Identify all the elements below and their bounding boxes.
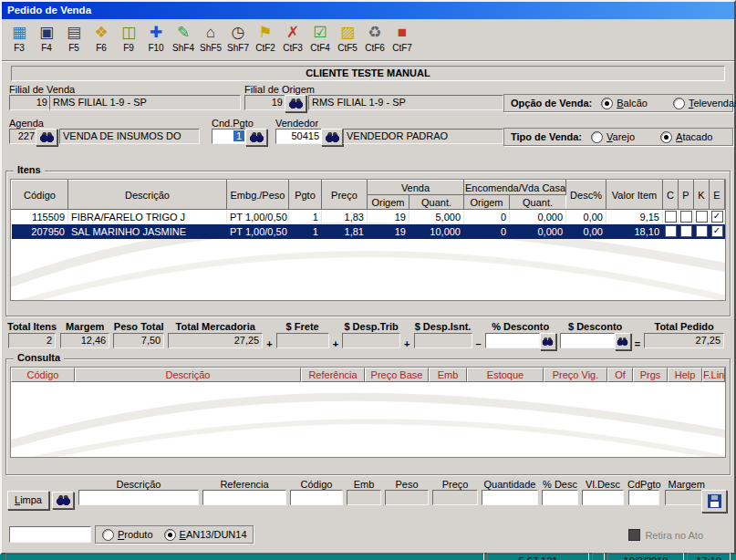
radio-product-ean13-dun14[interactable]: EAN13/DUN14 xyxy=(164,529,247,541)
entry-search-button[interactable] xyxy=(52,492,74,509)
toolbar-button-ctf2[interactable]: ⚑CtF2 xyxy=(252,22,279,53)
product-code-input[interactable] xyxy=(9,526,91,543)
col-enc-quant[interactable]: Quant. xyxy=(510,195,566,210)
toolbar-button-shf7[interactable]: ◷ShF7 xyxy=(224,22,252,53)
filial-venda-code[interactable]: 19 xyxy=(9,95,51,110)
col-venda-quant[interactable]: Quant. xyxy=(409,195,463,210)
pct-desconto-search-button[interactable] xyxy=(540,333,556,350)
toolbar-button-f9[interactable]: ◫F9 xyxy=(115,22,142,53)
entry-label: Emb xyxy=(354,479,375,490)
valor-desconto-input[interactable] xyxy=(560,333,615,348)
vendedor-label: Vendedor xyxy=(275,118,318,129)
vendedor-search-button[interactable] xyxy=(321,129,343,146)
consulta-col-descri-o[interactable]: Descrição xyxy=(75,368,301,382)
col-pgto[interactable]: Pgto xyxy=(288,181,321,210)
entry-input-vl-desc[interactable] xyxy=(582,490,624,505)
col-flag-k[interactable]: K xyxy=(694,181,710,210)
flag-p[interactable] xyxy=(679,224,694,239)
consulta-caption: Consulta xyxy=(14,352,64,363)
flag-p[interactable] xyxy=(679,210,694,224)
radio-tipo-varejo[interactable]: Varejo xyxy=(591,131,635,143)
itens-row[interactable]: 115509FIBRA/FARELO TRIGO JPT 1,00/0,5011… xyxy=(12,210,725,224)
retira-checkbox[interactable] xyxy=(628,529,640,541)
window-title: Pedido de Venda xyxy=(7,5,91,16)
flag-k[interactable] xyxy=(694,210,710,224)
cnd-pgto-input[interactable]: 1 xyxy=(212,129,248,144)
pct-desconto-input[interactable] xyxy=(485,333,540,348)
entry-input-peso[interactable] xyxy=(385,490,429,505)
toolbar-button-shf5[interactable]: ⌂ShF5 xyxy=(197,22,224,53)
radio-opcao-balc-o[interactable]: Balcão xyxy=(601,98,648,109)
filial-origem-code[interactable]: 19 xyxy=(244,95,286,110)
toolbar-button-f4[interactable]: ▣F4 xyxy=(33,22,60,53)
radio-product-produto[interactable]: Produto xyxy=(102,529,153,541)
consulta-col-f-linha[interactable]: F.Linha xyxy=(702,368,725,382)
entry-input-c-digo[interactable] xyxy=(290,490,343,505)
flag-c[interactable] xyxy=(663,224,679,239)
col-desc-pct[interactable]: Desc% xyxy=(566,181,606,210)
col-descricao[interactable]: Descrição xyxy=(68,181,227,210)
agenda-search-button[interactable] xyxy=(36,129,57,146)
col-flag-c[interactable]: C xyxy=(663,181,679,210)
itens-row[interactable]: 207950SAL MARINHO JASMINEPT 1,00/0,5011,… xyxy=(12,224,725,239)
toolbar-button-ctf7[interactable]: ■CtF7 xyxy=(389,22,416,53)
consulta-col-c-digo[interactable]: Código xyxy=(11,368,75,382)
header-fields: Filial de Venda Filial de Origem 19 RMS … xyxy=(7,84,729,162)
col-codigo[interactable]: Código xyxy=(12,181,68,210)
consulta-col-pre-o-base[interactable]: Preço Base xyxy=(365,368,429,382)
entry-input-emb[interactable] xyxy=(347,490,381,505)
toolbar-button-f3[interactable]: ▦F3 xyxy=(5,22,33,53)
flag-c[interactable] xyxy=(663,210,679,224)
toolbar-button-f10[interactable]: ✚F10 xyxy=(142,22,170,53)
jar-icon: ◫ xyxy=(118,22,140,43)
col-emb-peso[interactable]: Embg./Peso xyxy=(226,181,288,210)
valor-desconto-search-button[interactable] xyxy=(615,333,631,350)
consulta-col-refer-ncia[interactable]: Referência xyxy=(301,368,365,382)
search-icon: ▦ xyxy=(8,22,30,43)
agenda-code[interactable]: 227 xyxy=(9,129,38,144)
entry-input-cdpgto[interactable] xyxy=(628,490,659,505)
total-mercadoria-label: Total Mercadoria xyxy=(176,321,255,333)
save-entry-button[interactable] xyxy=(701,490,727,513)
consulta-col-estoque[interactable]: Estoque xyxy=(467,368,544,382)
title-bar[interactable]: Pedido de Venda xyxy=(2,2,734,19)
entry-input-quantidade[interactable] xyxy=(482,490,538,505)
flag-k[interactable] xyxy=(694,224,710,239)
entry-field-quantidade: Quantidade xyxy=(482,479,538,505)
toolbar-button-f6[interactable]: ❖F6 xyxy=(88,22,115,53)
col-venda[interactable]: Venda xyxy=(367,181,463,195)
toolbar-button-ctf6[interactable]: ♻CtF6 xyxy=(361,22,389,53)
col-enc-origem[interactable]: Origem xyxy=(464,195,510,210)
consulta-col-emb[interactable]: Emb xyxy=(429,368,467,382)
filial-origem-search-button[interactable] xyxy=(285,95,306,112)
col-preco[interactable]: Preço xyxy=(321,181,367,210)
limpa-button[interactable]: Limpa xyxy=(7,491,49,510)
consulta-col-pre-o-vig[interactable]: Preço Vig. xyxy=(544,368,607,382)
consulta-col-help[interactable]: Help xyxy=(668,368,702,382)
col-encomenda[interactable]: Encomenda/Vda Casada xyxy=(464,181,566,195)
entry-input-referencia[interactable] xyxy=(202,490,286,505)
col-venda-origem[interactable]: Origem xyxy=(367,195,409,210)
consulta-col-of[interactable]: Of xyxy=(607,368,633,382)
toolbar: ▦F3▣F4▤F5❖F6◫F9✚F10✎ShF4⌂ShF5◷ShF7⚑CtF2✗… xyxy=(2,19,734,59)
radio-tipo-atacado[interactable]: Atacado xyxy=(660,131,712,143)
toolbar-button-shf4[interactable]: ✎ShF4 xyxy=(170,22,197,53)
flag-e[interactable] xyxy=(710,224,725,239)
toolbar-button-ctf4[interactable]: ☑CtF4 xyxy=(306,22,334,53)
flag-e[interactable] xyxy=(710,210,725,224)
radio-opcao-televendas[interactable]: Televendas xyxy=(673,98,736,109)
desp-isnt-label: $ Desp.Isnt. xyxy=(415,321,472,333)
vendedor-code[interactable]: 50415 xyxy=(275,129,323,144)
col-flag-e[interactable]: E xyxy=(710,181,725,210)
consulta-col-prgs[interactable]: Prgs xyxy=(633,368,668,382)
col-flag-p[interactable]: P xyxy=(679,181,694,210)
cnd-pgto-search-button[interactable] xyxy=(245,129,267,146)
entry-input-descri-o[interactable] xyxy=(78,490,199,505)
toolbar-button-label: F5 xyxy=(68,43,79,53)
entry-input-desc[interactable] xyxy=(542,490,578,505)
toolbar-button-ctf5[interactable]: ▨CtF5 xyxy=(334,22,361,53)
col-valor-item[interactable]: Valor Item xyxy=(606,181,663,210)
entry-input-pre-o[interactable] xyxy=(432,490,478,505)
toolbar-button-ctf3[interactable]: ✗CtF3 xyxy=(279,22,306,53)
toolbar-button-f5[interactable]: ▤F5 xyxy=(60,22,88,53)
